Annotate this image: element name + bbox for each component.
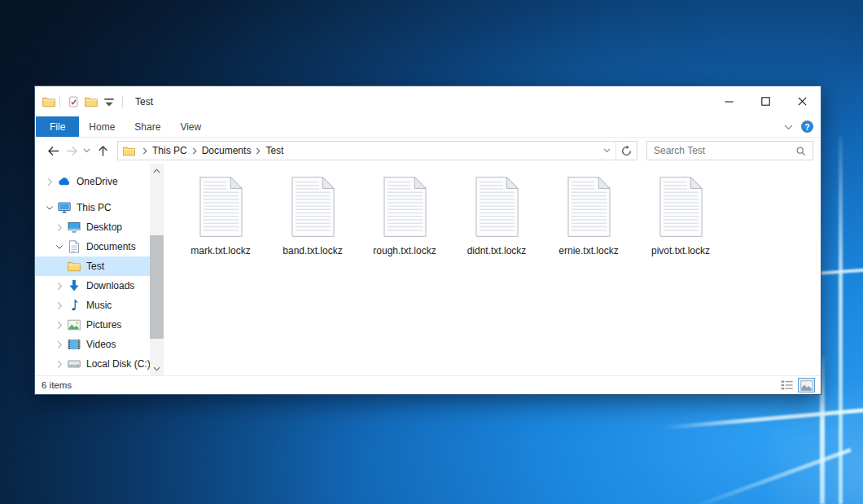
sidebar-item-downloads[interactable]: Downloads [35, 276, 150, 296]
close-icon [798, 97, 807, 106]
qat-customize-button[interactable] [103, 96, 116, 107]
breadcrumb-test[interactable]: Test [265, 145, 283, 156]
collapse-ribbon-button[interactable] [784, 121, 793, 133]
separator [122, 96, 123, 107]
file-explorer-window: Test File Home Share [34, 85, 821, 395]
expand-chevron-icon[interactable] [55, 282, 64, 291]
items-count: 6 items [42, 380, 72, 390]
sidebar-scrollbar[interactable] [150, 164, 164, 375]
details-view-button[interactable] [778, 378, 795, 392]
file-name: mark.txt.lockz [191, 245, 250, 256]
scroll-up-button[interactable] [150, 164, 164, 177]
sidebar-item-documents[interactable]: Documents [35, 237, 150, 256]
refresh-button[interactable] [616, 142, 637, 160]
expand-chevron-icon[interactable] [46, 177, 54, 186]
text-file-icon [291, 176, 335, 238]
status-bar: 6 items [35, 375, 821, 394]
ribbon-tab-bar: File Home Share View ? [35, 116, 821, 138]
expand-chevron-icon[interactable] [55, 321, 64, 330]
hard-disk-icon [68, 357, 81, 370]
text-file-icon [475, 176, 519, 238]
chevron-up-icon [153, 169, 160, 173]
minimize-button[interactable] [711, 86, 747, 116]
qat-properties-button[interactable] [67, 96, 80, 107]
expand-chevron-icon[interactable] [55, 301, 64, 310]
expand-chevron-icon[interactable] [55, 340, 64, 349]
sidebar-item-desktop[interactable]: Desktop [35, 217, 150, 237]
chevron-down-icon [83, 148, 90, 153]
file-item-didnt-txt-lockz[interactable]: didnt.txt.lockz [460, 176, 533, 256]
new-folder-icon [85, 96, 98, 107]
breadcrumb-this-pc[interactable]: This PC [152, 145, 187, 156]
tab-file[interactable]: File [36, 116, 79, 137]
caption-buttons [711, 86, 821, 116]
search-icon[interactable] [795, 146, 806, 156]
large-icons-view-button[interactable] [798, 378, 815, 392]
scrollbar-thumb[interactable] [150, 235, 164, 339]
tab-label: File [50, 121, 65, 133]
scroll-down-button[interactable] [150, 362, 164, 375]
qat-customize-icon [103, 96, 116, 107]
expand-chevron-icon[interactable] [55, 223, 64, 232]
help-button[interactable]: ? [801, 121, 813, 133]
address-bar-controls [598, 142, 637, 160]
documents-icon [68, 240, 81, 253]
navigation-bar: This PC Documents Test [35, 138, 821, 164]
file-name: rough.txt.lockz [373, 245, 436, 256]
tab-label: View [180, 121, 201, 133]
expand-chevron-icon[interactable] [55, 360, 64, 369]
sidebar-item-this-pc[interactable]: This PC [35, 198, 150, 217]
help-icon: ? [801, 121, 813, 133]
back-button[interactable] [43, 141, 63, 160]
sidebar-item-label: OneDrive [77, 176, 118, 187]
address-bar[interactable]: This PC Documents Test [117, 141, 637, 160]
pictures-icon [68, 318, 81, 331]
folder-icon [68, 260, 81, 273]
qat-new-folder-button[interactable] [85, 96, 98, 107]
file-item-band-txt-lockz[interactable]: band.txt.lockz [276, 176, 349, 256]
sidebar-item-pictures[interactable]: Pictures [35, 315, 150, 335]
window-body: OneDrive This PC Desktop Documents T [35, 164, 821, 375]
search-input[interactable] [647, 145, 792, 156]
address-dropdown-button[interactable] [598, 142, 615, 160]
file-list-area[interactable]: mark.txt.lockz band.txt.lockz rough.txt.… [164, 164, 821, 375]
up-button[interactable] [92, 141, 113, 160]
tab-view[interactable]: View [170, 116, 211, 137]
sidebar-item-label: Local Disk (C:) [86, 358, 151, 370]
breadcrumb: This PC Documents Test [138, 142, 283, 160]
downloads-icon [68, 279, 81, 292]
file-item-pivot-txt-lockz[interactable]: pivot.txt.lockz [644, 176, 717, 256]
sidebar-item-music[interactable]: Music [35, 296, 150, 315]
recent-locations-button[interactable] [81, 141, 92, 160]
sidebar-item-test[interactable]: Test [35, 256, 150, 276]
text-file-icon [383, 176, 427, 238]
sidebar-item-videos[interactable]: Videos [35, 335, 150, 354]
sidebar-item-local-disk-c[interactable]: Local Disk (C:) [35, 354, 150, 374]
tab-share[interactable]: Share [125, 116, 170, 137]
tab-home[interactable]: Home [79, 116, 125, 137]
videos-icon [68, 338, 81, 351]
sidebar-item-label: This PC [77, 202, 112, 213]
music-icon [68, 299, 81, 312]
collapse-chevron-icon[interactable] [46, 204, 54, 213]
search-box [646, 141, 813, 160]
desktop-icon [68, 221, 81, 234]
close-button[interactable] [784, 86, 821, 116]
forward-button[interactable] [63, 141, 81, 160]
sidebar-item-label: Videos [86, 339, 116, 350]
title-bar[interactable]: Test [35, 86, 821, 116]
sidebar-item-onedrive[interactable]: OneDrive [35, 172, 150, 191]
scrollbar-track[interactable] [150, 177, 164, 362]
sidebar-item-label: Downloads [86, 280, 134, 291]
text-file-icon [567, 176, 611, 238]
collapse-chevron-icon[interactable] [55, 243, 64, 252]
tab-label: Home [89, 121, 115, 133]
sidebar-item-label: Test [86, 261, 104, 272]
file-item-ernie-txt-lockz[interactable]: ernie.txt.lockz [552, 176, 625, 256]
file-item-rough-txt-lockz[interactable]: rough.txt.lockz [368, 176, 441, 256]
text-file-icon [659, 176, 703, 238]
sidebar-item-label: Pictures [86, 319, 121, 331]
maximize-button[interactable] [747, 86, 784, 116]
breadcrumb-documents[interactable]: Documents [202, 145, 252, 156]
file-item-mark-txt-lockz[interactable]: mark.txt.lockz [184, 176, 257, 256]
